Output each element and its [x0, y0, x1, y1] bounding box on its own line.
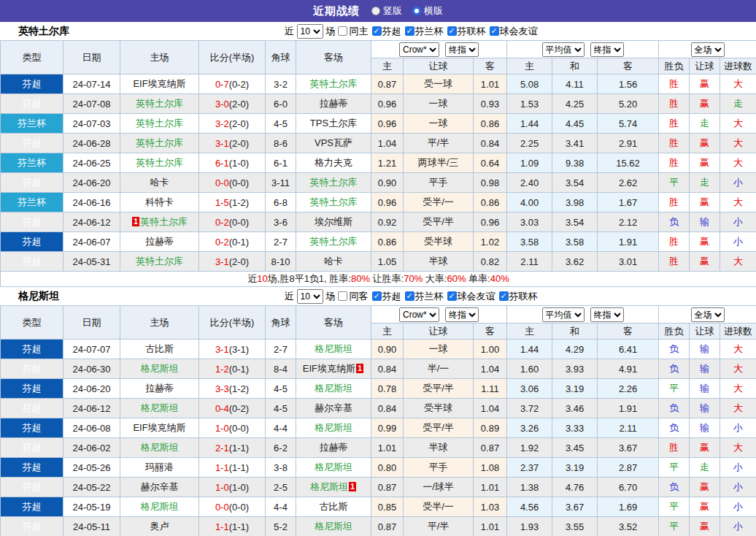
matches-suffix-label: 场 — [326, 25, 336, 38]
home-team-link[interactable]: 英特土尔库 — [136, 157, 183, 168]
league-filter-1[interactable]: ✓芬兰杯 — [405, 290, 444, 303]
fulltime-score: 3-1 — [215, 138, 229, 149]
col-type: 类型 — [1, 306, 63, 340]
away-team-link[interactable]: 哈卡 — [324, 256, 343, 267]
away-team-link[interactable]: 赫尔辛基 — [315, 402, 352, 413]
checkbox-checked-icon[interactable]: ✓ — [372, 26, 382, 36]
fulltime-select[interactable]: 全场 — [691, 307, 725, 322]
avg-away-cell: 2.11 — [598, 418, 659, 438]
view-radio-0[interactable]: 竖版 — [371, 4, 402, 18]
league-filters: ✓芬超✓芬兰杯✓球会友谊✓芬联杯 — [369, 290, 538, 303]
home-team-link[interactable]: 格尼斯坦 — [141, 363, 179, 374]
away-team-link[interactable]: TPS土尔库 — [310, 118, 357, 129]
avg-away-cell: 2.26 — [598, 379, 659, 399]
checkbox-checked-icon[interactable]: ✓ — [447, 291, 457, 301]
avg-home-cell: 1.38 — [507, 478, 552, 497]
bookmaker-select[interactable]: Crow* — [399, 42, 439, 57]
league-filter-1[interactable]: ✓芬兰杯 — [405, 25, 444, 38]
away-team-link[interactable]: 拉赫蒂 — [320, 98, 348, 109]
home-team-link[interactable]: 哈卡 — [150, 177, 169, 188]
home-team-link[interactable]: 玛丽港 — [145, 462, 174, 472]
away-team-link[interactable]: 格尼斯坦 — [315, 343, 352, 354]
away-team-link[interactable]: 格尼斯坦 — [315, 521, 352, 532]
home-team-link[interactable]: 科特卡 — [145, 196, 174, 207]
average-select[interactable]: 平均值 — [542, 307, 585, 322]
checkbox-checked-icon[interactable]: ✓ — [405, 291, 414, 301]
radio-unchecked-icon[interactable] — [371, 7, 380, 15]
away-team-link[interactable]: 英特土尔库 — [310, 177, 358, 188]
score-cell: 6-1(1-0) — [199, 153, 266, 173]
score-cell: 1-1(1-1) — [199, 458, 266, 478]
league-filter-3[interactable]: ✓芬联杯 — [499, 290, 538, 303]
league-filter-0[interactable]: ✓芬超 — [372, 25, 401, 38]
avg-home-cell: 1.44 — [507, 340, 552, 359]
away-team-link[interactable]: EIF埃克纳斯 — [303, 363, 355, 374]
fulltime-select[interactable]: 全场 — [691, 42, 725, 57]
avg-away-cell: 1.91 — [598, 232, 659, 252]
result-goals-cell: 小 — [720, 497, 756, 517]
home-team-link[interactable]: 英特土尔库 — [136, 256, 183, 267]
home-team-link[interactable]: 奥卢 — [150, 521, 169, 532]
checkbox-checked-icon[interactable]: ✓ — [372, 291, 382, 301]
league-filter-3[interactable]: ✓球会友谊 — [490, 25, 538, 38]
away-team-link[interactable]: 古比斯 — [320, 501, 348, 512]
home-team-link[interactable]: EIF埃克纳斯 — [133, 422, 185, 433]
home-team-link[interactable]: 赫尔辛基 — [141, 481, 179, 492]
away-team-link[interactable]: 英特土尔库 — [310, 196, 358, 207]
away-team-link[interactable]: VPS瓦萨 — [315, 137, 352, 148]
home-team-link[interactable]: 格尼斯坦 — [141, 442, 179, 453]
away-team-link[interactable]: 拉赫蒂 — [320, 442, 348, 453]
average-stage-select[interactable]: 终指 — [590, 42, 624, 57]
radio-checked-icon[interactable] — [412, 7, 421, 15]
home-team-link[interactable]: 英特土尔库 — [136, 98, 183, 109]
away-team-link[interactable]: 英特土尔库 — [310, 78, 358, 89]
league-type-cell: 芬超 — [1, 252, 63, 272]
same-venue-checkbox[interactable] — [338, 26, 347, 36]
odds-home-cell: 0.96 — [371, 114, 404, 134]
away-team-cell: 格尼斯坦 — [296, 340, 371, 359]
checkbox-checked-icon[interactable]: ✓ — [490, 26, 499, 36]
league-filter-2[interactable]: ✓芬联杯 — [447, 25, 486, 38]
bookmaker-select[interactable]: Crow* — [399, 307, 439, 322]
home-team-link[interactable]: 格尼斯坦 — [141, 501, 179, 512]
away-team-link[interactable]: 格尼斯坦 — [315, 422, 352, 433]
checkbox-checked-icon[interactable]: ✓ — [447, 26, 457, 36]
home-team-link[interactable]: 拉赫蒂 — [145, 383, 174, 394]
league-filter-2[interactable]: ✓球会友谊 — [447, 290, 495, 303]
home-team-link[interactable]: 拉赫蒂 — [145, 236, 174, 247]
team-name-heading: 英特土尔库 — [18, 25, 69, 38]
average-odds-header: 平均值 终指 — [507, 41, 659, 58]
checkbox-checked-icon[interactable]: ✓ — [405, 26, 414, 36]
league-filter-0[interactable]: ✓芬超 — [372, 290, 401, 303]
away-team-link[interactable]: 格尼斯坦 — [315, 462, 352, 472]
halftime-score: (0-2) — [229, 79, 249, 90]
average-select[interactable]: 平均值 — [542, 42, 585, 57]
home-team-link[interactable]: 格尼斯坦 — [141, 402, 179, 413]
checkbox-checked-icon[interactable]: ✓ — [499, 291, 509, 301]
odds-home-cell: 0.80 — [371, 458, 404, 478]
avg-away-cell: 3.67 — [598, 438, 659, 458]
away-team-link[interactable]: 格尼斯坦 — [315, 383, 352, 394]
away-team-link[interactable]: 格尼斯坦 — [310, 481, 348, 492]
away-team-link[interactable]: 格力夫克 — [315, 157, 352, 168]
average-stage-select[interactable]: 终指 — [590, 307, 624, 322]
home-team-link[interactable]: 古比斯 — [145, 343, 174, 354]
home-team-link[interactable]: 英特土尔库 — [140, 216, 188, 227]
odds-away-cell: 1.02 — [474, 232, 507, 252]
page-title: 近期战绩 — [313, 4, 360, 18]
avg-away-cell: 2.91 — [598, 134, 659, 153]
odds-stage-select[interactable]: 终指 — [445, 307, 479, 322]
home-team-link[interactable]: EIF埃克纳斯 — [133, 78, 185, 89]
away-team-link[interactable]: 英特土尔库 — [310, 236, 358, 247]
home-team-link[interactable]: 英特土尔库 — [136, 118, 183, 129]
matches-count-select[interactable]: 10 — [297, 289, 323, 304]
matches-count-select[interactable]: 10 — [297, 24, 323, 39]
view-radio-1[interactable]: 横版 — [412, 4, 443, 18]
away-team-cell: 拉赫蒂 — [296, 94, 371, 114]
away-team-link[interactable]: 埃尔维斯 — [315, 216, 352, 227]
odds-stage-select[interactable]: 终指 — [445, 42, 479, 57]
result-handicap-cell: 赢 — [690, 74, 720, 94]
same-venue-checkbox[interactable] — [338, 291, 347, 301]
home-team-link[interactable]: 英特土尔库 — [136, 137, 183, 148]
halftime-score: (0-2) — [229, 403, 249, 414]
